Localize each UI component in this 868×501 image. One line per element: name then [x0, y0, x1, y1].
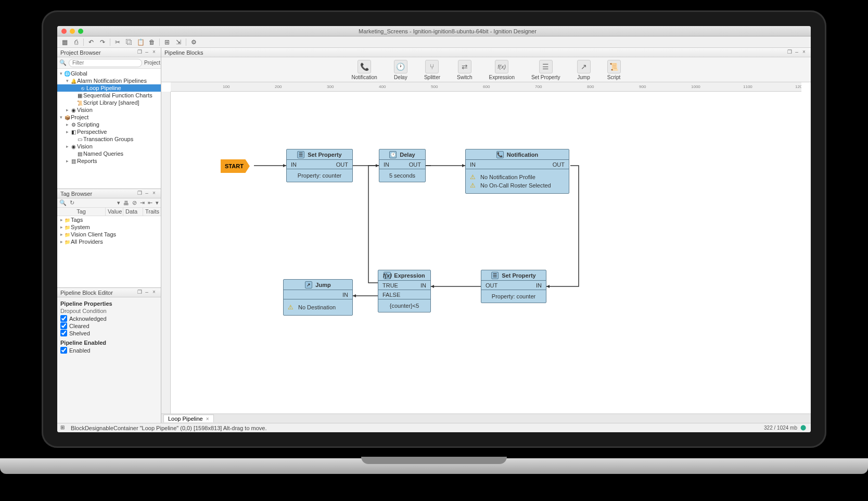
- tool-delay[interactable]: 🕐Delay: [394, 60, 407, 80]
- project-browser-title: Project Browser: [60, 49, 101, 56]
- pipeline-canvas[interactable]: START ☰Set Property INOUT Property: coun…: [171, 92, 811, 414]
- shelved-checkbox[interactable]: Shelved: [60, 330, 158, 336]
- tag-browser-title: Tag Browser: [60, 191, 92, 197]
- block-editor-header: Pipeline Block Editor ❐ – ×: [57, 288, 161, 297]
- main-toolbar: ▦ ⎙ ↶ ↷ ✂ ⿻ 📋 🗑 ⊞ ⇲ ⚙: [57, 36, 811, 48]
- editor-tabs: Loop Pipeline×: [161, 414, 811, 423]
- svg-marker-4: [431, 285, 434, 288]
- undo-icon[interactable]: ↶: [86, 37, 96, 47]
- enabled-checkbox[interactable]: Enabled: [60, 347, 158, 354]
- tool-set-property[interactable]: ☰Set Property: [531, 60, 560, 80]
- close-icon[interactable]: ×: [800, 49, 808, 56]
- close-icon[interactable]: ×: [150, 289, 158, 296]
- redo-icon[interactable]: ↷: [97, 37, 108, 47]
- pref-icon[interactable]: ⚙: [188, 37, 199, 47]
- close-icon[interactable]: ×: [150, 190, 158, 197]
- delay-block[interactable]: 🕐Delay INOUT 5 seconds: [379, 149, 426, 182]
- set-property-block-2[interactable]: ☰Set Property OUTIN Property: counter: [481, 270, 546, 303]
- start-block[interactable]: START: [221, 159, 250, 173]
- expression-block[interactable]: f(x)Expression TRUEIN FALSE {counter}<5: [378, 270, 431, 312]
- connect-icon[interactable]: ⬤: [800, 424, 808, 432]
- minimize-icon[interactable]: –: [143, 190, 150, 197]
- warning-icon: [470, 173, 477, 181]
- delete-icon[interactable]: 🗑: [147, 37, 157, 47]
- tree-item-loop-pipeline[interactable]: Loop Pipeline: [57, 84, 161, 92]
- tool-expression[interactable]: f(x)Expression: [489, 60, 514, 80]
- status-text: BlockDesignableContainer "Loop Pipeline"…: [71, 425, 267, 431]
- minimize-icon[interactable]: –: [143, 289, 150, 296]
- canvas-area[interactable]: 100200300400500600700800900100011001200: [161, 82, 811, 414]
- project-tree[interactable]: ▾Global ▾Alarm Notification Pipelines Lo…: [57, 69, 161, 189]
- new-icon[interactable]: ▦: [59, 37, 70, 47]
- restore-icon[interactable]: ❐: [136, 289, 143, 296]
- ack-checkbox[interactable]: Acknowledged: [60, 315, 158, 322]
- save-icon[interactable]: ⎙: [71, 37, 81, 47]
- grid-icon[interactable]: ⊞: [162, 37, 172, 47]
- traffic-lights[interactable]: [61, 29, 83, 34]
- minimize-icon[interactable]: –: [793, 49, 800, 56]
- filter-input[interactable]: [69, 59, 142, 67]
- titlebar: Marketing_Screens - Ignition-ignition8-u…: [57, 26, 811, 36]
- cleared-checkbox[interactable]: Cleared: [60, 322, 158, 329]
- pipeline-blocks-header: Pipeline Blocks ❐ – ×: [161, 48, 811, 57]
- notification-block[interactable]: 📞Notification INOUT No Notification Prof…: [465, 149, 569, 194]
- tool-jump[interactable]: ↗Jump: [577, 60, 591, 80]
- close-icon[interactable]: ×: [206, 416, 209, 422]
- ruler-vertical: [161, 92, 171, 414]
- minimize-icon[interactable]: –: [143, 49, 150, 56]
- grid-icon[interactable]: ⊞: [60, 424, 68, 432]
- block-editor-title: Pipeline Block Editor: [60, 290, 113, 296]
- restore-icon[interactable]: ❐: [786, 49, 793, 56]
- pipeline-blocks-title: Pipeline Blocks: [164, 49, 203, 56]
- cut-icon[interactable]: ✂: [112, 37, 123, 47]
- tag-columns: Tag Value Data ... Traits: [57, 208, 161, 216]
- project-browser-header: Project Browser ❐ – ×: [57, 48, 161, 57]
- tool-switch[interactable]: ⇄Switch: [457, 60, 472, 80]
- search-icon: 🔍: [59, 59, 67, 66]
- tag-toolbar: 🔍↻ ▾🖶⊘⇥⇤▾: [57, 198, 161, 208]
- set-property-block-1[interactable]: ☰Set Property INOUT Property: counter: [286, 149, 353, 182]
- svg-marker-5: [353, 294, 356, 297]
- block-palette: 📞Notification 🕐Delay ⑂Splitter ⇄Switch f…: [161, 57, 811, 82]
- close-icon[interactable]: ×: [150, 49, 158, 56]
- window-title: Marketing_Screens - Ignition-ignition8-u…: [88, 28, 807, 34]
- ruler-horizontal: 100200300400500600700800900100011001200: [171, 82, 801, 92]
- warning-icon: [470, 182, 477, 189]
- memory-usage: 322 / 1024 mb: [764, 425, 797, 431]
- tag-browser-header: Tag Browser ❐ – ×: [57, 189, 161, 198]
- restore-icon[interactable]: ❐: [136, 49, 143, 56]
- restore-icon[interactable]: ❐: [136, 190, 143, 197]
- paste-icon[interactable]: 📋: [135, 37, 146, 47]
- status-bar: ⊞ BlockDesignableContainer "Loop Pipelin…: [57, 423, 811, 432]
- tool-splitter[interactable]: ⑂Splitter: [424, 60, 440, 80]
- jump-block[interactable]: ↗Jump IN No Destination: [283, 279, 353, 316]
- tool-notification[interactable]: 📞Notification: [351, 60, 377, 80]
- snap-icon[interactable]: ⇲: [173, 37, 184, 47]
- tab-loop-pipeline[interactable]: Loop Pipeline×: [163, 415, 214, 422]
- svg-marker-3: [546, 285, 550, 288]
- warning-icon: [288, 304, 295, 311]
- copy-icon[interactable]: ⿻: [124, 37, 134, 47]
- tool-script[interactable]: 📜Script: [607, 60, 621, 80]
